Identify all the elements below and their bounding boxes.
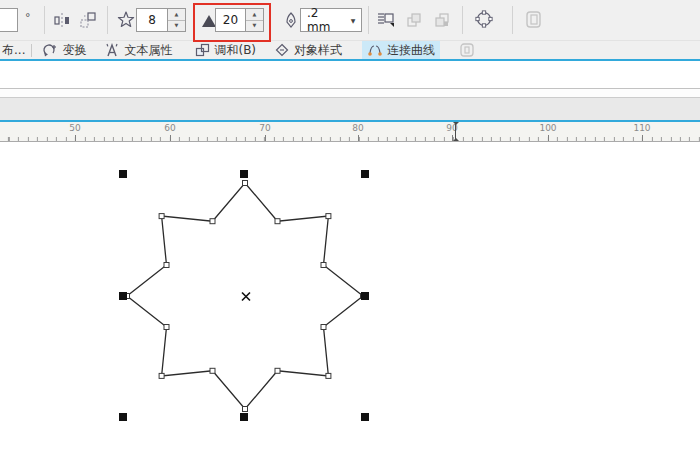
star-node[interactable] (210, 219, 215, 224)
mirror-horizontal-icon (52, 10, 72, 30)
toolbar-separator (512, 6, 513, 34)
divider-gap (0, 89, 700, 97)
convert-to-curves-button[interactable] (472, 7, 496, 31)
tab-blend[interactable]: 调和(B) (194, 41, 256, 59)
property-bar: ° 8 ▲ ▼ 20 ▲ ▼ (0, 0, 700, 41)
tab-connect-curves-label: 连接曲线 (387, 42, 435, 59)
drawing-canvas[interactable] (0, 142, 700, 450)
ruler-label: 70 (259, 123, 270, 133)
ruler-minor-ticks (0, 137, 700, 141)
selection-handle-bottom-left[interactable] (119, 413, 127, 421)
star-points-icon (114, 8, 138, 32)
dropdown-arrow-icon: ▼ (345, 17, 361, 24)
order-front-button-disabled (402, 8, 426, 32)
star-points-up-button[interactable]: ▲ (168, 9, 185, 21)
star-node[interactable] (326, 373, 331, 378)
blend-icon (194, 42, 210, 58)
star-points-input[interactable]: 8 (136, 8, 168, 32)
star-node[interactable] (164, 263, 169, 268)
ruler-major-tick (265, 135, 266, 141)
ruler-label: 80 (352, 123, 363, 133)
ruler-label: 50 (69, 123, 80, 133)
tab-blend-label: 调和(B) (214, 42, 256, 59)
tab-transform-label: 变换 (62, 42, 86, 59)
tab-overflow-label: 布... (2, 42, 25, 59)
connect-curves-icon (367, 42, 383, 58)
star-node[interactable] (321, 325, 326, 330)
transform-icon (42, 42, 58, 58)
docker-tab-bar: 布... 变换 文本属性 调和(B) 对象样式 (0, 41, 700, 61)
sharpness-up-button[interactable]: ▲ (246, 9, 263, 21)
ruler-major-tick (75, 135, 76, 141)
tab-separator (31, 44, 32, 57)
ruler-major-tick (548, 135, 549, 141)
convert-to-curves-icon (472, 6, 496, 32)
tab-text-properties-label: 文本属性 (124, 42, 172, 59)
tab-object-styles[interactable]: 对象样式 (274, 41, 342, 59)
distribute-objects-icon (78, 10, 98, 30)
wrap-text-button[interactable] (374, 8, 398, 32)
ruler-label: 100 (539, 123, 556, 133)
ruler-label: 60 (164, 123, 175, 133)
outline-width-dropdown[interactable]: .2 mm ▼ (300, 8, 362, 32)
frame-icon (523, 9, 545, 31)
toolbar-separator (107, 6, 108, 34)
ruler-major-tick (170, 135, 171, 141)
docker-frame-icon (458, 42, 476, 58)
order-back-button-disabled (430, 8, 454, 32)
distribute-objects-button[interactable] (76, 8, 100, 32)
selection-handle-bottom-center[interactable] (240, 413, 248, 421)
object-center-marker[interactable] (242, 293, 250, 301)
tab-overflow[interactable]: 布... (2, 41, 25, 59)
star-points-stepper: ▲ ▼ (168, 8, 186, 32)
star-points-down-button[interactable]: ▼ (168, 21, 185, 32)
mirror-horizontal-button[interactable] (50, 8, 74, 32)
star-node[interactable] (275, 219, 280, 224)
document-header-strip (0, 61, 700, 88)
star-node[interactable] (275, 368, 280, 373)
degree-unit-label: ° (25, 11, 31, 24)
star-node[interactable] (159, 373, 164, 378)
sharpness-stepper: ▲ ▼ (246, 8, 264, 32)
tab-object-styles-label: 对象样式 (294, 42, 342, 59)
sharpness-value: 20 (223, 13, 238, 27)
star-node[interactable] (210, 368, 215, 373)
ruler-label: 110 (633, 123, 650, 133)
bring-forward-icon (403, 9, 425, 31)
selection-handle-mid-right[interactable] (361, 292, 369, 300)
toolbar-separator (462, 6, 463, 34)
window-margin-strip (0, 98, 700, 120)
sharpness-input[interactable]: 20 (215, 8, 246, 32)
send-backward-icon (431, 9, 453, 31)
star-node[interactable] (159, 214, 164, 219)
tab-text-properties[interactable]: 文本属性 (104, 41, 172, 59)
tab-connect-curves[interactable]: 连接曲线 (362, 41, 440, 59)
selection-handle-mid-left[interactable] (119, 292, 127, 300)
selection-handle-bottom-right[interactable] (361, 413, 369, 421)
star-node[interactable] (164, 325, 169, 330)
ruler-major-tick (358, 135, 359, 141)
star-node[interactable] (326, 214, 331, 219)
outline-width-value: .2 mm (301, 6, 345, 34)
toolbar-separator (44, 6, 45, 34)
sharpness-down-button[interactable]: ▼ (246, 21, 263, 32)
selection-handle-top-left[interactable] (119, 170, 127, 178)
star-node[interactable] (243, 181, 248, 186)
selection-handle-top-right[interactable] (361, 170, 369, 178)
star-node[interactable] (243, 407, 248, 412)
ruler-cursor-indicator (452, 122, 459, 141)
star-points-value: 8 (148, 13, 156, 27)
selection-handle-top-center[interactable] (240, 170, 248, 178)
toolbar-separator (368, 6, 369, 34)
horizontal-ruler[interactable]: 50 60 70 80 90 100 110 (0, 122, 700, 142)
text-properties-icon (104, 42, 120, 58)
star-node[interactable] (321, 263, 326, 268)
docker-extra-button-disabled (458, 41, 480, 59)
ruler-major-tick (642, 135, 643, 141)
rotation-angle-input[interactable] (0, 8, 18, 32)
tab-transform[interactable]: 变换 (42, 41, 86, 59)
wrap-text-icon (375, 9, 397, 31)
object-styles-icon (274, 42, 290, 58)
frame-button-disabled (522, 8, 546, 32)
